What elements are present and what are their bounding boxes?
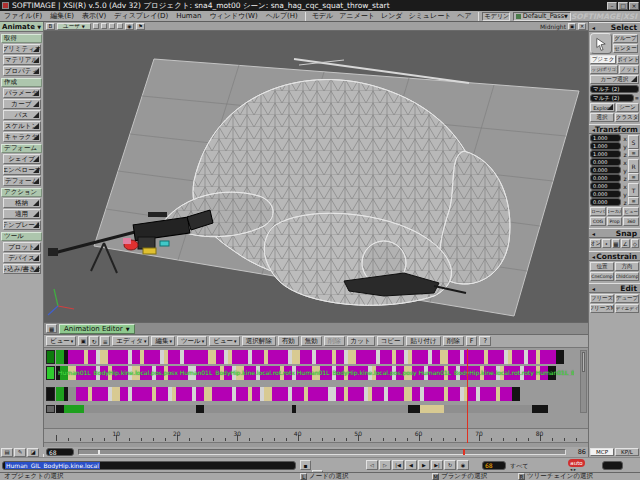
module-button-0[interactable]: モデル bbox=[309, 11, 337, 21]
action-button-1[interactable]: 適用 bbox=[3, 209, 41, 219]
pen-icon[interactable]: ✎ bbox=[14, 448, 26, 457]
duplicate-button[interactable]: デュープ bbox=[615, 294, 639, 303]
pass-select[interactable]: Default_Pass ▼ bbox=[513, 12, 571, 21]
keyframe-segment[interactable] bbox=[512, 387, 520, 401]
keyframe-segment[interactable] bbox=[68, 350, 84, 364]
center-button[interactable]: センター bbox=[613, 44, 638, 53]
selection-filter-field-1[interactable]: マルチ (2) bbox=[590, 85, 639, 93]
keyframe-segment[interactable] bbox=[132, 350, 140, 364]
create-button-0[interactable]: パラメータ bbox=[3, 88, 41, 98]
create-button-1[interactable]: カーブ bbox=[3, 99, 41, 109]
keyframe-segment[interactable] bbox=[356, 350, 376, 364]
keyframe-segment[interactable] bbox=[56, 387, 64, 401]
keyframe-segment[interactable] bbox=[144, 350, 160, 364]
module-button-3[interactable]: シミュレート bbox=[406, 11, 455, 21]
keyframe-segment[interactable] bbox=[420, 405, 444, 413]
viewport-close-button[interactable]: ✕ bbox=[578, 23, 586, 30]
keyframe-segment[interactable] bbox=[372, 387, 384, 401]
tool-button-0[interactable]: プロット bbox=[3, 242, 41, 252]
keyframe-segment[interactable] bbox=[56, 350, 64, 364]
freeze-button[interactable]: フリーズ bbox=[590, 294, 614, 303]
keyframe-segment[interactable] bbox=[300, 350, 312, 364]
keyframe-segment[interactable] bbox=[540, 350, 556, 364]
track-header-3[interactable] bbox=[46, 387, 55, 401]
editor-action-button-6[interactable]: 貼り付け bbox=[406, 336, 440, 346]
selection-filter-field-2[interactable]: マルチ (2) bbox=[590, 94, 634, 102]
memo-cam-2[interactable] bbox=[101, 23, 107, 29]
keyframe-segment[interactable] bbox=[252, 387, 260, 401]
keyframe-segment[interactable] bbox=[100, 350, 108, 364]
action-button-2[interactable]: テンプレート bbox=[3, 220, 41, 230]
select-panel-header[interactable]: ◂Select bbox=[589, 22, 640, 32]
editor-action-button-0[interactable]: 選択解除 bbox=[242, 336, 276, 346]
first-frame-button[interactable]: |◀ bbox=[392, 460, 404, 470]
keyframe-segment[interactable] bbox=[64, 405, 84, 413]
keyframe-segment[interactable] bbox=[412, 387, 420, 401]
menu-1[interactable]: 編集(E) bbox=[46, 11, 78, 21]
get-button-1[interactable]: マテリアル bbox=[3, 55, 41, 65]
explore-button[interactable]: Explore bbox=[590, 103, 615, 112]
keyframe-segment[interactable] bbox=[232, 350, 248, 364]
keyframe-segment[interactable] bbox=[196, 387, 204, 401]
transform-option-button-0[interactable]: COG bbox=[590, 217, 606, 226]
keyframe-segment[interactable] bbox=[316, 350, 332, 364]
dopesheet-tracks[interactable]: Human01L_BodyHip.kine.local.pos.posx Hum… bbox=[44, 348, 588, 428]
animation-editor-tab[interactable]: Animation Editor ▼ bbox=[59, 324, 135, 334]
keyframe-segment[interactable] bbox=[444, 405, 532, 413]
keyframe-segment[interactable] bbox=[76, 387, 88, 401]
slider-playhead-tick[interactable] bbox=[463, 449, 465, 455]
keyframe-segment[interactable] bbox=[328, 387, 336, 401]
keyframe-segment[interactable] bbox=[108, 350, 128, 364]
module-button-4[interactable]: ヘア bbox=[454, 11, 474, 21]
cnscomp-button[interactable]: CnsComp bbox=[590, 272, 614, 281]
transform-panel-header[interactable]: ◂Transform bbox=[589, 124, 640, 134]
refresh-icon[interactable]: ↻ bbox=[89, 336, 99, 346]
summary-track-header[interactable] bbox=[46, 405, 55, 413]
snap-point-icon[interactable]: • bbox=[602, 239, 610, 248]
tab-mcp[interactable]: MCP bbox=[590, 448, 614, 456]
keyframe-segment[interactable] bbox=[84, 405, 196, 413]
snap-angle-icon[interactable]: ∠ bbox=[621, 239, 629, 248]
filter-stack-icon[interactable]: ≡ bbox=[635, 95, 639, 101]
keyframe-segment[interactable] bbox=[336, 350, 344, 364]
get-button-0[interactable]: プリミティブ bbox=[3, 44, 41, 54]
minimize-button[interactable]: – bbox=[607, 2, 617, 10]
viewport-flag-button[interactable]: ⚑ bbox=[136, 23, 145, 30]
viewport-letter-button[interactable]: B bbox=[46, 23, 55, 30]
keyframe-segment[interactable] bbox=[88, 350, 96, 364]
snap-panel-header[interactable]: ◂Snap bbox=[589, 228, 640, 238]
menu-5[interactable]: ウィンドウ(W) bbox=[205, 11, 261, 21]
viewport-canvas[interactable] bbox=[44, 31, 588, 322]
frame-step-back-button[interactable]: ◁ bbox=[366, 460, 378, 470]
keyframe-segment[interactable] bbox=[216, 350, 224, 364]
filter-point-button[interactable]: ポイント bbox=[617, 55, 639, 64]
lock-icon[interactable]: ▣ bbox=[78, 336, 88, 346]
track-header-2[interactable] bbox=[46, 366, 55, 380]
brush-icon[interactable]: ◪ bbox=[27, 448, 39, 457]
editor-editor-menu[interactable]: エディタ bbox=[112, 336, 149, 346]
translate-z-field[interactable]: 0.000 bbox=[590, 198, 621, 206]
editor-action-button-1[interactable]: 有効 bbox=[278, 336, 299, 346]
deform-button-2[interactable]: デフォーム bbox=[3, 176, 41, 186]
all-frames-label[interactable]: すべて bbox=[510, 462, 528, 471]
editor-action-button-5[interactable]: コピー bbox=[377, 336, 405, 346]
keyframe-segment[interactable] bbox=[272, 387, 288, 401]
filter-object-button[interactable]: オブジェクト bbox=[590, 55, 616, 64]
keyframe-segment[interactable] bbox=[412, 350, 428, 364]
script-input-field[interactable] bbox=[602, 461, 623, 470]
menu-6[interactable]: ヘルプ(H) bbox=[262, 11, 302, 21]
curve-select-button[interactable]: カーブ選択 bbox=[590, 75, 639, 84]
tab-kpl[interactable]: KP/L bbox=[615, 448, 639, 456]
dopesheet-track-3[interactable] bbox=[56, 387, 574, 401]
deform-button-0[interactable]: シェイプ bbox=[3, 154, 41, 164]
keyframe-segment[interactable] bbox=[120, 387, 128, 401]
keyframe-segment[interactable] bbox=[500, 387, 512, 401]
keyframe-segment[interactable] bbox=[448, 387, 460, 401]
filter-edge-polygon-button[interactable]: エッジ/ポリゴン bbox=[590, 65, 618, 74]
construction-mode-select[interactable]: モデリングコンストラクションモード ▼ bbox=[482, 12, 510, 21]
keyframe-segment[interactable] bbox=[528, 350, 536, 364]
snap-grid-icon[interactable]: ▦ bbox=[612, 239, 620, 248]
keyframe-segment[interactable] bbox=[336, 387, 344, 401]
keyframe-segment[interactable] bbox=[176, 387, 192, 401]
chldcomp-button[interactable]: ChldComp bbox=[615, 272, 639, 281]
